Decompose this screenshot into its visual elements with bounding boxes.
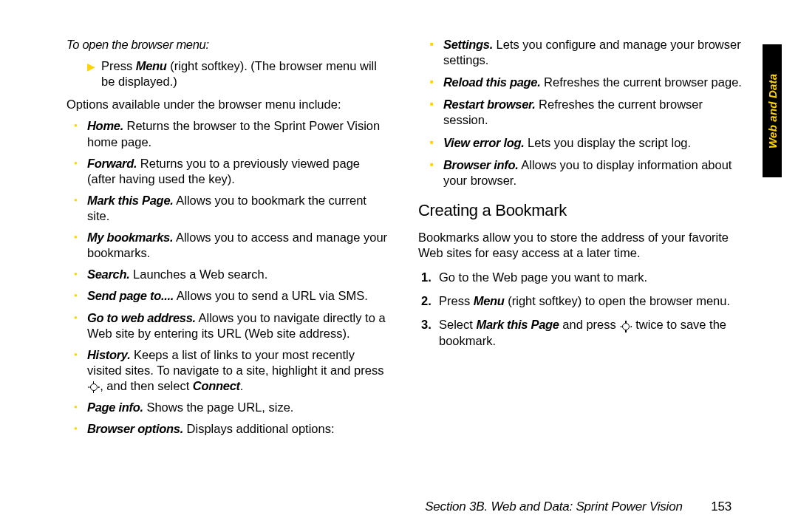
term: Browser info. [443, 158, 519, 171]
menu-label: Menu [474, 294, 505, 307]
columns: To open the browser menu: ▶ Press Menu (… [66, 37, 754, 488]
txt: Go to the Web page you want to mark. [439, 270, 647, 284]
desc: Launches a Web search. [130, 267, 268, 281]
open-step-text: Press Menu (right softkey). (The browser… [101, 58, 392, 89]
manual-page: To open the browser menu: ▶ Press Menu (… [0, 0, 798, 532]
desc: Lets you display the script log. [525, 136, 692, 149]
term: Reload this page. [443, 75, 541, 89]
list-item: Settings. Lets you configure and manage … [443, 37, 743, 68]
desc: Displays additional options: [183, 422, 335, 435]
play-icon: ▶ [87, 61, 95, 89]
list-item: Forward. Returns you to a previously vie… [87, 156, 392, 187]
step-1: Go to the Web page you want to mark. [439, 270, 743, 285]
term: Search. [87, 267, 130, 281]
connect-label: Connect [193, 379, 240, 392]
list-item: View error log. Lets you display the scr… [443, 135, 743, 151]
list-item: Search. Launches a Web search. [87, 267, 392, 282]
nav-key-icon [619, 320, 632, 332]
subheading-creating-bookmark: Creating a Bookmark [418, 200, 743, 221]
intro: Options available under the browser menu… [66, 97, 392, 112]
side-tab: Web and Data [763, 44, 782, 177]
list-item: Reload this page. Refreshes the current … [443, 75, 743, 90]
term: Mark this Page. [87, 194, 174, 207]
options-list: Home. Returns the browser to the Sprint … [66, 118, 392, 437]
open-step: ▶ Press Menu (right softkey). (The brows… [66, 58, 392, 89]
desc: Keeps a list of links to your most recen… [87, 348, 383, 377]
term: Settings. [443, 38, 493, 51]
menu-label: Menu [136, 59, 167, 72]
desc: , and then select [100, 379, 193, 392]
footer-section: Section 3B. Web and Data: Sprint Power V… [425, 499, 683, 514]
term: Page info. [87, 400, 143, 414]
term: Restart browser. [443, 98, 536, 111]
term: My bookmarks. [87, 231, 173, 244]
bookmark-steps: Go to the Web page you want to mark. Pre… [418, 270, 743, 348]
list-item: Browser options. Displays additional opt… [87, 421, 392, 437]
txt: Select [439, 318, 476, 331]
desc: . [240, 379, 244, 392]
list-item: My bookmarks. Allows you to access and m… [87, 230, 392, 261]
list-item: Home. Returns the browser to the Sprint … [87, 118, 392, 149]
mark-page-label: Mark this Page [476, 318, 559, 331]
left-column: To open the browser menu: ▶ Press Menu (… [66, 37, 392, 488]
term: History. [87, 348, 130, 361]
left-heading: To open the browser menu: [66, 37, 392, 52]
term: Home. [87, 119, 123, 132]
bookmark-intro: Bookmarks allow you to store the address… [418, 230, 743, 261]
list-item: Page info. Shows the page URL, size. [87, 400, 392, 415]
desc: Returns the browser to the Sprint Power … [87, 119, 380, 148]
txt: Press [439, 294, 474, 307]
txt: and press [559, 318, 620, 331]
txt: (right softkey) to open the browser menu… [505, 294, 730, 307]
desc: Refreshes the current browser page. [541, 75, 742, 89]
step-2: Press Menu (right softkey) to open the b… [439, 293, 743, 309]
desc: Allows you to send a URL via SMS. [174, 289, 368, 302]
list-item: Go to web address. Allows you to navigat… [87, 310, 392, 341]
term: Send page to.... [87, 289, 174, 302]
right-column: Settings. Lets you configure and manage … [418, 37, 743, 488]
browser-options-sublist: Settings. Lets you configure and manage … [418, 37, 743, 188]
step-3: Select Mark this Page and press twice to… [439, 317, 743, 348]
list-item: Mark this Page. Allows you to bookmark t… [87, 193, 392, 224]
footer: Section 3B. Web and Data: Sprint Power V… [425, 499, 732, 514]
desc: Shows the page URL, size. [143, 400, 294, 414]
nav-key-icon [87, 381, 100, 393]
term: View error log. [443, 136, 525, 149]
page-number: 153 [711, 499, 732, 514]
list-item: History. Keeps a list of links to your m… [87, 347, 392, 394]
term: Go to web address. [87, 311, 196, 324]
txt: Press [101, 59, 136, 72]
list-item: Browser info. Allows you to display info… [443, 157, 743, 188]
list-item: Send page to.... Allows you to send a UR… [87, 288, 392, 304]
term: Browser options. [87, 422, 183, 435]
list-item: Restart browser. Refreshes the current b… [443, 97, 743, 128]
term: Forward. [87, 157, 137, 170]
